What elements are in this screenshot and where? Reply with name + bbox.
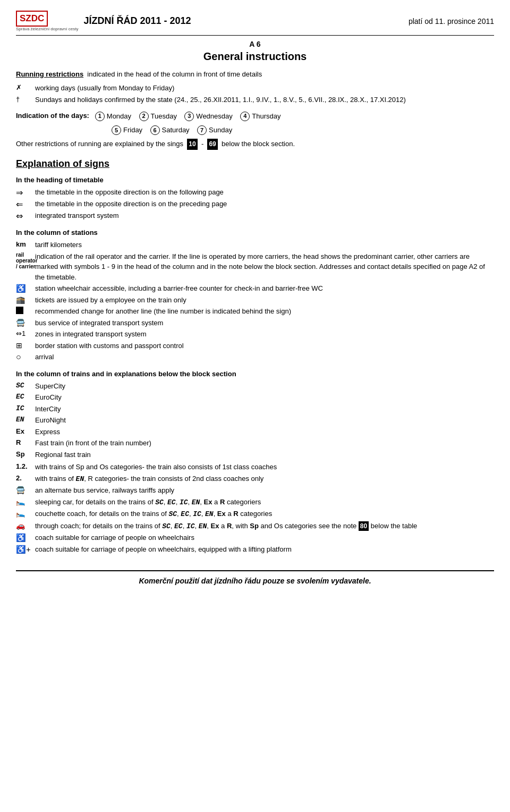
circled-3: 3 [184,112,194,121]
train-item-en: EN EuroNight [16,415,494,426]
couchette-sc: SC [168,510,177,518]
couchette-text: couchette coach, for details on the trai… [35,509,494,520]
workdays-text: working days (usually from Monday to Fri… [35,83,494,94]
sundays-icon: † [16,95,35,105]
sleeping-r: R [220,498,225,506]
day-friday-label: Friday [123,124,142,136]
through-sc: SC [162,522,171,530]
day-thursday-label: Thursday [252,111,280,122]
arrival-text: arrival [35,352,494,362]
through-ec: EC [174,522,183,530]
sleeping-ic: IC [180,498,188,506]
page-id: A 6 [16,40,494,48]
ex-icon: Ex [16,427,35,437]
en-icon: EN [16,415,35,426]
ec-icon: EC [16,392,35,403]
other-restrictions-line: Other restrictions of running are explai… [16,138,494,150]
circled-6: 6 [150,125,160,135]
running-restrictions-section: Running restrictions indicated in the he… [16,69,494,105]
explanation-section: Explanation of signs In the heading of t… [16,158,494,554]
restriction-item-sundays: † Sundays and holidays confirmed by the … [16,95,494,105]
through-ex: Ex [211,522,219,530]
logo-subtitle: Správa železniční dopravní cesty [16,27,78,32]
stations-subheading: In the column of stations [16,229,494,236]
page-header: SZDC Správa železniční dopravní cesty JÍ… [16,11,494,36]
document-title: JÍZDNÍ ŘÁD 2011 - 2012 [83,15,191,27]
days-indication-label: Indication of the days: [16,112,89,120]
days-indication-section: Indication of the days: 1 Monday 2 Tuesd… [16,110,494,150]
item-2-text: with trains of EN, R categories- the tra… [35,473,494,485]
ic-icon: IC [16,404,35,415]
change-text: recommended change for another line (the… [35,306,494,317]
numbered-item-sleeping: 🛌 sleeping car, for details on the train… [16,497,494,508]
day-wednesday-label: Wednesday [196,111,232,122]
day-saturday: 6 Saturday [150,124,190,136]
running-restrictions-label: Running restrictions [16,70,83,78]
day-monday-label: Monday [107,111,131,122]
bottom-notice: Komerční použití dat jízdního řádu pouze… [16,570,494,585]
zones-icon: ⇔1 [16,329,35,340]
numbered-item-2: 2. with trains of EN, R categories- the … [16,473,494,485]
item-12-label: 1.2. [16,462,35,472]
numbered-item-wheelchair2: ♿+ coach suitable for carriage of people… [16,544,494,555]
through-text: through coach; for details on the trains… [35,521,494,532]
item-12-text: with trains of Sp and Os categories- the… [35,462,494,472]
circled-1: 1 [95,112,105,121]
r-text: Fast train (in front of the train number… [35,438,494,449]
border-icon: ⊞ [16,341,35,351]
train-item-sc: SC SuperCity [16,381,494,392]
timetable-item-preceding: ⇐ the timetable in the opposite directio… [16,199,494,209]
couchette-r: R [233,510,238,518]
section-title: General instructions [16,50,494,63]
numbered-item-12: 1.2. with trains of Sp and Os categories… [16,462,494,472]
numbered-item-couchette: 🛌 couchette coach, for details on the tr… [16,509,494,520]
range-end-badge: 69 [207,139,217,149]
sleeping-en: EN [192,498,200,506]
train-item-r: R Fast train (in front of the train numb… [16,438,494,449]
timetable-item-integrated: ⇔ integrated transport system [16,210,494,221]
logo-area: SZDC Správa železniční dopravní cesty JÍ… [16,11,191,32]
wheelchair-icon: ♿ [16,283,35,294]
stations-item-wheelchair: ♿ station wheelchair accessible, includi… [16,283,494,294]
circled-5: 5 [112,125,121,135]
day-sunday: 7 Sunday [197,124,232,136]
preceding-page-icon: ⇐ [16,199,35,209]
bus-icon: 🚍 [16,318,35,328]
days-label-row: Indication of the days: 1 Monday 2 Tuesd… [16,110,494,122]
circled-2: 2 [139,112,149,121]
bottom-notice-text: Komerční použití dat jízdního řádu pouze… [139,577,371,585]
day-tuesday-label: Tuesday [151,111,177,122]
train-item-ex: Ex Express [16,427,494,437]
restriction-item-workdays: ✗ working days (usually from Monday to F… [16,83,494,94]
following-page-icon: ⇒ [16,187,35,198]
stations-item-tickets: 🕋 tickets are issued by a employee on th… [16,295,494,306]
km-icon: km [16,240,35,250]
sleeping-ec: EC [167,498,176,506]
day-tuesday: 2 Tuesday [139,111,177,122]
item-2-label: 2. [16,473,35,485]
ec-text: EuroCity [35,392,494,403]
through-ic: IC [186,522,195,530]
ex-text: Express [35,427,494,437]
bus-text: bus service of integrated transport syst… [35,318,494,328]
sleeping-ex: Ex [204,498,212,506]
train-item-ic: IC InterCity [16,404,494,415]
sc-text: SuperCity [35,381,494,392]
days-row-2: 5 Friday 6 Saturday 7 Sunday [112,124,494,136]
day-monday: 1 Monday [95,111,131,122]
r-icon: R [16,438,35,449]
stations-item-change: recommended change for another line (the… [16,306,494,317]
rail-op-label: rail operator / carrier [16,251,35,283]
train-item-ec: EC EuroCity [16,392,494,403]
circled-4: 4 [240,112,250,121]
sp-icon: Sp [16,450,35,460]
numbered-item-through: 🚗 through coach; for details on the trai… [16,521,494,532]
sleeping-icon: 🛌 [16,497,35,508]
arrival-icon: ○ [16,352,35,362]
validity-text: platí od 11. prosince 2011 [409,17,494,26]
wheelchair2-icon: ♿ [16,532,35,543]
day-thursday: 4 Thursday [240,111,280,122]
day-wednesday: 3 Wednesday [184,111,232,122]
couchette-en: EN [205,510,214,518]
en-text: EuroNight [35,415,494,426]
